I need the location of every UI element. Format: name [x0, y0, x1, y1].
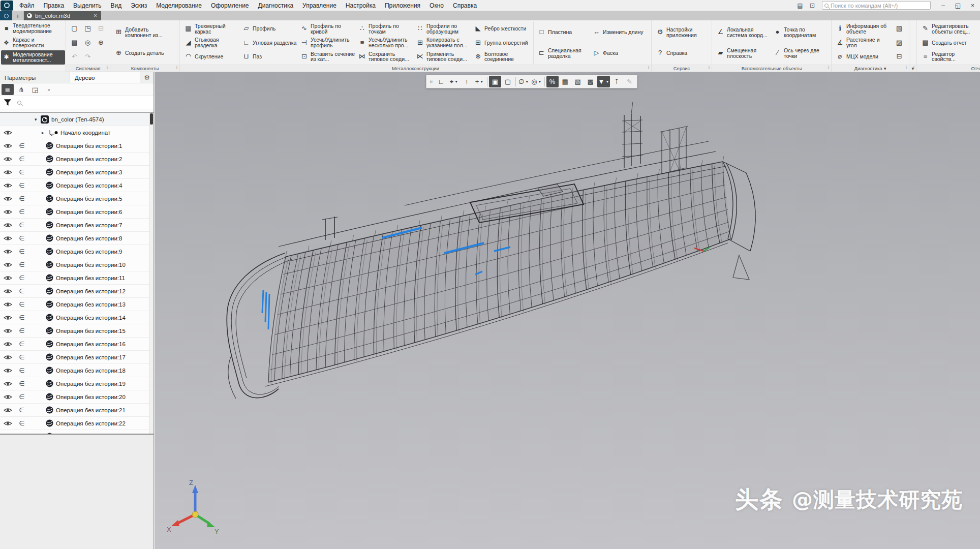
tree-row-operation[interactable]: ∈Операция без истории:10 — [0, 258, 154, 271]
shaded-display-button[interactable]: ▣ — [489, 76, 501, 87]
tree-row-operation[interactable]: ∈Операция без истории:13 — [0, 298, 154, 311]
menu-decoration[interactable]: Оформление — [206, 2, 253, 9]
tree-area-select-button[interactable]: ▫ — [43, 84, 55, 95]
trim-extend-multiple-button[interactable]: ≡Усечь/Удлинить несколько про... — [357, 36, 414, 49]
tree-row-operation[interactable]: ∈Операция без истории:12 — [0, 285, 154, 298]
visibility-eye-icon[interactable] — [0, 328, 15, 334]
tree-row-operation[interactable]: ∈Операция без истории:4 — [0, 179, 154, 192]
tree-row-operation[interactable]: ∈Операция без истории:22 — [0, 417, 154, 430]
model-viewport[interactable]: ⠿∟⌖▼↑+▼▣▢∅▼◎▼%▤▧▩▼▼⊺✎ Z X Y 头条 @测量技术研究苑 — [155, 72, 980, 549]
tree-row-operation[interactable]: ∈Операция без истории:21 — [0, 404, 154, 417]
visibility-eye-icon[interactable] — [0, 249, 15, 255]
tree-row-operation[interactable]: ∈Операция без истории:20 — [0, 390, 154, 404]
group-label-diagnostics[interactable]: Диагностика▾ — [832, 65, 909, 72]
butt-cut-button[interactable]: ◢Стыковая разделка — [183, 36, 240, 49]
close-button[interactable]: × — [965, 1, 980, 11]
visibility-eye-icon[interactable] — [0, 156, 15, 162]
object-info-button[interactable]: ℹИнформация об объекте — [835, 22, 892, 36]
mode-solid-modeling-button[interactable]: ■Твердотельное моделирование — [1, 21, 65, 36]
tree-row-operation[interactable]: ∈Операция без истории:2 — [0, 152, 154, 166]
special-cut-button[interactable]: ⊏Специальная разделка — [536, 43, 590, 64]
command-search[interactable] — [822, 1, 931, 10]
local-coordinate-system-button[interactable]: ∠Локальная система коорд... — [715, 22, 771, 43]
edit-spec-objects-button[interactable]: ✎Редактировать объекты спец... — [920, 22, 979, 36]
panel-tab-parameters[interactable]: Параметры — [0, 72, 70, 83]
panel-settings-button[interactable]: ⚙ — [140, 72, 154, 83]
visibility-eye-icon[interactable] — [0, 288, 15, 294]
show-objects-button[interactable]: ◎▼ — [530, 76, 542, 87]
start-page-button[interactable] — [0, 11, 12, 20]
visibility-eye-icon[interactable] — [0, 275, 15, 281]
visibility-eye-icon[interactable] — [0, 394, 15, 400]
visibility-eye-icon[interactable] — [0, 434, 15, 434]
measure-button[interactable]: ⊺ — [610, 76, 623, 87]
tree-row-operation[interactable]: ∈Операция без истории:16 — [0, 338, 154, 351]
tree-filter-input[interactable] — [26, 100, 154, 106]
tree-filter-button[interactable] — [0, 96, 15, 109]
offset-plane-button[interactable]: ▰Смещенная плоскость — [715, 43, 771, 64]
print-button[interactable]: ▤ — [69, 37, 80, 48]
menu-management[interactable]: Управление — [298, 2, 341, 9]
visibility-eye-icon[interactable] — [0, 315, 15, 321]
point-by-coordinates-button[interactable]: ●Точка по координатам — [772, 22, 828, 43]
tree-row-operation[interactable]: ∈Операция без истории:6 — [0, 205, 154, 219]
tree-relations-view-button[interactable]: ⋔ — [15, 84, 27, 95]
tree-row-operation[interactable]: ∈Операция без истории:23 — [0, 430, 154, 434]
tree-row-origin[interactable]: ▸Начало координат — [0, 126, 154, 139]
profile-by-points-button[interactable]: ∴Профиль по точкам — [357, 22, 414, 36]
tree-row-operation[interactable]: ∈Операция без истории:8 — [0, 232, 154, 245]
app-settings-button[interactable]: ⚙Настройки приложения — [655, 22, 709, 43]
group-label-auxiliary-objects[interactable]: Вспомогательные объекты — [712, 65, 831, 72]
menu-settings[interactable]: Настройка — [341, 2, 380, 9]
visibility-eye-icon[interactable] — [0, 301, 15, 308]
tree-row-operation[interactable]: ∈Операция без истории:7 — [0, 219, 154, 232]
section-display-button[interactable]: % — [546, 76, 559, 87]
mode-metal-structures-button[interactable]: ✱Моделирование металлоконст... — [1, 50, 65, 65]
add-component-button[interactable]: ⊞Добавить компонент из... — [113, 22, 176, 43]
collapse-arrow-icon[interactable]: ▾ — [35, 117, 41, 122]
groove-button[interactable]: ⊔Паз — [241, 50, 298, 64]
apply-typical-joint-button[interactable]: ⋉Применить типовое соеди... — [415, 50, 472, 64]
interface-scheme-button[interactable]: ▤ — [794, 1, 806, 10]
tree-row-operation[interactable]: ∈Операция без истории:19 — [0, 377, 154, 390]
bolted-joint-button[interactable]: ⊗Болтовое соединение — [473, 50, 530, 64]
visibility-eye-icon[interactable] — [0, 196, 15, 202]
group-label-system[interactable]: Системная — [66, 65, 110, 72]
tree-row-operation[interactable]: ∈Операция без истории:15 — [0, 324, 154, 338]
distance-angle-button[interactable]: ∡Расстояние и угол — [835, 36, 892, 49]
tree-row-operation[interactable]: ∈Операция без истории:1 — [0, 139, 154, 152]
menu-select[interactable]: Выделить — [69, 2, 106, 9]
visibility-eye-icon[interactable] — [0, 354, 15, 360]
scrollbar-thumb[interactable] — [150, 113, 153, 125]
tree-row-operation[interactable]: ∈Операция без истории:9 — [0, 245, 154, 258]
visibility-eye-icon[interactable] — [0, 130, 15, 136]
clip-plane-button[interactable]: ▧ — [572, 76, 584, 87]
quick-sketch-button[interactable]: ∟ — [435, 76, 447, 87]
visibility-eye-icon[interactable] — [0, 262, 15, 268]
document-tab[interactable]: bn_color.m3d × — [24, 11, 101, 20]
group-label-metal-structures[interactable]: Металлоконструкции — [180, 65, 651, 72]
object-filter-button[interactable]: ▼▼ — [597, 76, 610, 87]
menu-diagnostics[interactable]: Диагностика — [254, 2, 298, 9]
new-document-tab-button[interactable]: + — [12, 11, 24, 20]
restore-button[interactable]: ◱ — [951, 1, 965, 11]
profile-along-curve-button[interactable]: ∿Профиль по кривой — [299, 22, 356, 36]
zoom-button[interactable]: ⌖▼ — [448, 76, 460, 87]
insert-section-button[interactable]: ⊡Вставить сечение из кат... — [299, 50, 356, 64]
menu-sketch[interactable]: Эскиз — [126, 2, 151, 9]
menu-file[interactable]: Файл — [15, 2, 39, 9]
open-document-button[interactable]: ◳ — [82, 22, 94, 34]
stiffener-button[interactable]: ◣Ребро жесткости — [473, 22, 530, 36]
tree-row-root[interactable]: ▾bn_color (Тел-4574) — [0, 113, 154, 126]
visibility-eye-icon[interactable] — [0, 143, 15, 149]
tree-row-operation[interactable]: ∈Операция без истории:18 — [0, 364, 154, 377]
new-document-button[interactable]: ▢ — [69, 22, 80, 34]
visibility-eye-icon[interactable] — [0, 235, 15, 241]
create-part-button[interactable]: ⊕Создать деталь — [113, 43, 176, 64]
menu-modeling[interactable]: Моделирование — [151, 2, 206, 9]
create-report-button[interactable]: ▤Создать отчет — [920, 36, 979, 49]
trim-extend-profile-button[interactable]: ⊣Усечь/Удлинить профиль — [299, 36, 356, 49]
minimize-button[interactable]: – — [936, 1, 951, 11]
tree-row-operation[interactable]: ∈Операция без истории:3 — [0, 166, 154, 179]
clip-area-button[interactable]: ▩ — [585, 76, 597, 87]
